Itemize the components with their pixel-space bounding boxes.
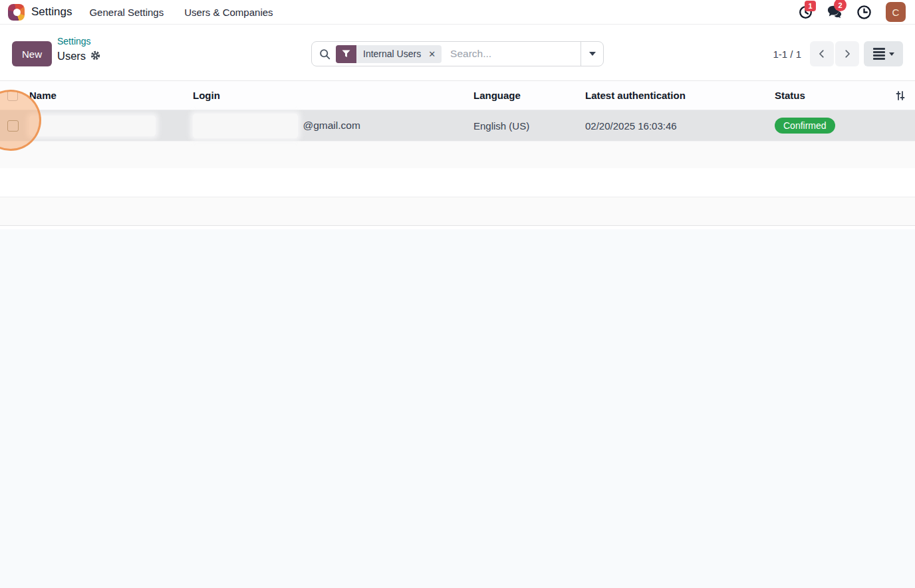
column-header-status[interactable]: Status [775,90,884,101]
cell-latest-authentication: 02/20/2025 16:03:46 [585,120,775,132]
pager-value: 1-1 / 1 [773,49,801,60]
select-all-checkbox[interactable] [7,90,18,101]
view-switcher-list-button[interactable] [864,41,903,66]
chevron-down-icon [589,52,596,56]
page-title: Users [57,49,86,63]
facet-remove-icon[interactable]: ✕ [427,45,442,63]
cell-login: @gmail.com [193,114,473,138]
odoo-settings-app-icon[interactable] [8,4,25,21]
cell-name [29,116,193,136]
filter-funnel-icon [336,45,356,63]
column-header-name[interactable]: Name [29,90,193,101]
systray: 1 2 C [799,2,906,22]
table-row[interactable]: @gmail.com English (US) 02/20/2025 16:03… [0,110,915,142]
login-suffix: @gmail.com [303,120,360,131]
messages-button[interactable]: 2 [827,5,843,19]
pager-previous-button[interactable] [810,41,834,66]
activities-button[interactable]: 1 [799,5,813,19]
menu-users-companies[interactable]: Users & Companies [184,7,273,18]
empty-row-stripe [0,169,915,197]
chevron-down-icon [889,52,894,56]
search-icon [319,49,330,60]
status-badge: Confirmed [775,118,835,134]
chevron-right-icon [843,49,852,58]
top-navbar: Settings General Settings Users & Compan… [0,0,915,25]
row-checkbox[interactable] [7,120,19,132]
facet-label: Internal Users [356,45,427,63]
column-header-language[interactable]: Language [473,90,585,101]
message-count-badge: 2 [834,0,847,11]
user-avatar[interactable]: C [886,2,906,22]
page-background [0,229,915,588]
pager-next-button[interactable] [835,41,859,66]
search-options-toggle[interactable] [581,42,603,66]
adjust-columns-icon[interactable] [895,90,915,101]
clock-icon [856,5,872,20]
cell-status: Confirmed [775,118,884,134]
new-button[interactable]: New [12,41,52,66]
table-header-row: Name Login Language Latest authenticatio… [0,80,915,110]
recent-apps-button[interactable] [856,5,872,20]
redacted-login [193,114,298,138]
chevron-left-icon [817,49,827,58]
search-input[interactable] [450,48,581,60]
control-panel: New Settings Users [0,25,915,80]
breadcrumb: Settings Users [57,36,100,62]
pager-area: 1-1 / 1 [773,41,903,66]
empty-row-stripe [0,142,915,169]
list-view-icon [873,48,885,60]
column-header-latest-authentication[interactable]: Latest authentication [585,90,775,101]
breadcrumb-settings-link[interactable]: Settings [57,36,100,48]
users-list-view: Name Login Language Latest authenticatio… [0,80,915,226]
column-header-login[interactable]: Login [193,90,473,101]
app-name[interactable]: Settings [31,5,72,19]
cell-language: English (US) [473,120,585,132]
activity-count-badge: 1 [805,1,816,11]
top-menu: General Settings Users & Companies [89,7,273,18]
search-facet-internal-users: Internal Users ✕ [336,45,442,63]
redacted-name [29,116,156,136]
search-bar[interactable]: Internal Users ✕ [311,41,604,66]
menu-general-settings[interactable]: General Settings [89,7,164,18]
empty-row-stripe [0,197,915,226]
gear-icon[interactable] [90,50,100,60]
